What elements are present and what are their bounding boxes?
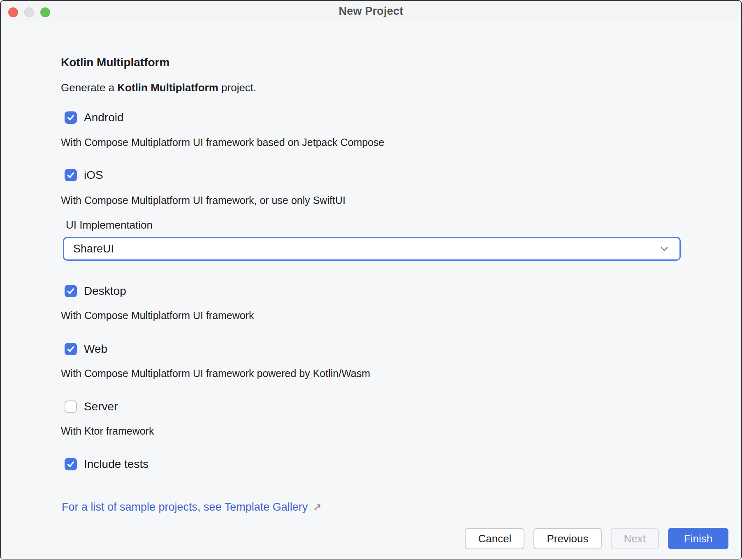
web-checkbox[interactable] — [65, 343, 77, 355]
title-bar: New Project — [1, 1, 741, 21]
template-gallery-link-text: For a list of sample projects, see Templ… — [62, 501, 308, 514]
previous-button[interactable]: Previous — [533, 528, 601, 549]
checkmark-icon — [67, 287, 75, 295]
template-gallery-link[interactable]: For a list of sample projects, see Templ… — [62, 501, 322, 514]
footer-button-bar: Cancel Previous Next Finish — [1, 518, 741, 559]
page-title: Kotlin Multiplatform — [61, 56, 169, 69]
android-description: With Compose Multiplatform UI framework … — [61, 137, 384, 148]
checkbox-row-desktop[interactable]: Desktop — [65, 285, 126, 298]
ui-implementation-select[interactable]: ShareUI — [63, 237, 681, 261]
server-description: With Ktor framework — [61, 425, 154, 437]
ios-checkbox-label[interactable]: iOS — [84, 169, 103, 182]
desktop-description: With Compose Multiplatform UI framework — [61, 310, 254, 322]
ui-implementation-value: ShareUI — [73, 243, 114, 255]
server-checkbox[interactable] — [65, 400, 77, 413]
intro-bold: Kotlin Multiplatform — [117, 81, 218, 94]
cancel-button[interactable]: Cancel — [465, 528, 524, 549]
zoom-button[interactable] — [40, 7, 50, 17]
intro-prefix: Generate a — [61, 81, 117, 94]
include-tests-checkbox[interactable] — [65, 458, 77, 470]
checkmark-icon — [67, 171, 75, 179]
web-checkbox-label[interactable]: Web — [84, 342, 107, 356]
android-checkbox-label[interactable]: Android — [84, 111, 124, 124]
checkmark-icon — [67, 460, 75, 468]
intro-suffix: project. — [218, 81, 257, 94]
checkmark-icon — [67, 345, 75, 353]
finish-button[interactable]: Finish — [668, 528, 728, 549]
desktop-checkbox-label[interactable]: Desktop — [84, 285, 126, 298]
minimize-button — [24, 7, 34, 17]
checkbox-row-ios[interactable]: iOS — [65, 169, 103, 182]
desktop-checkbox[interactable] — [65, 285, 77, 297]
checkbox-row-server[interactable]: Server — [65, 400, 118, 413]
new-project-dialog: New Project Kotlin Multiplatform Generat… — [0, 0, 742, 560]
android-checkbox[interactable] — [65, 111, 77, 124]
chevron-down-icon — [659, 243, 670, 254]
ios-description: With Compose Multiplatform UI framework,… — [61, 194, 345, 206]
window-controls — [8, 7, 50, 17]
include-tests-checkbox-label[interactable]: Include tests — [84, 458, 148, 471]
ui-implementation-label: UI Implementation — [66, 219, 153, 231]
ios-checkbox[interactable] — [65, 169, 77, 181]
server-checkbox-label[interactable]: Server — [84, 400, 118, 413]
checkbox-row-web[interactable]: Web — [65, 342, 107, 356]
intro-text: Generate a Kotlin Multiplatform project. — [61, 81, 256, 94]
window-title: New Project — [339, 5, 403, 18]
checkbox-row-include-tests[interactable]: Include tests — [65, 458, 148, 471]
close-button[interactable] — [8, 7, 18, 17]
checkmark-icon — [67, 113, 75, 122]
next-button: Next — [611, 528, 659, 549]
checkbox-row-android[interactable]: Android — [65, 111, 124, 124]
web-description: With Compose Multiplatform UI framework … — [61, 368, 370, 380]
external-link-arrow-icon: ↗ — [313, 501, 322, 514]
